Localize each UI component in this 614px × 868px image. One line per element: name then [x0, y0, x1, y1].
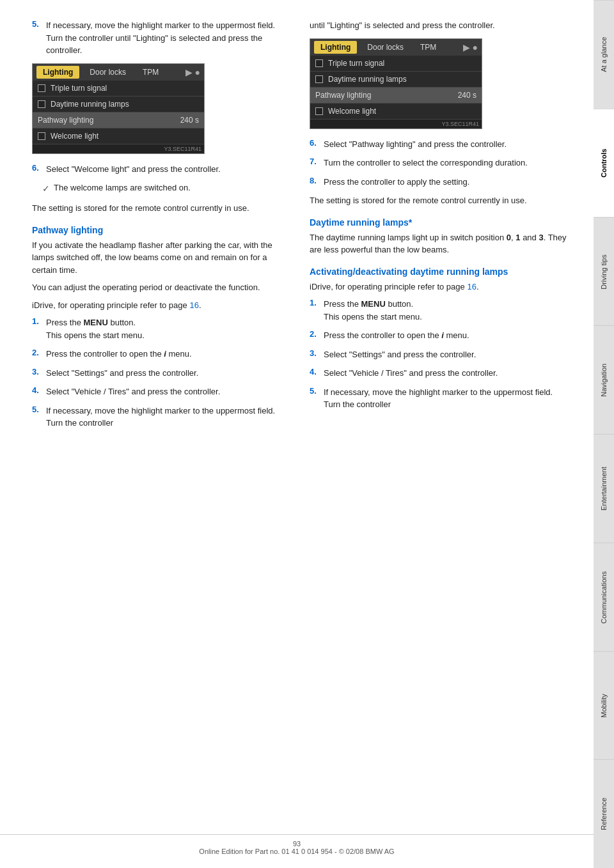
pathway-step-5-num: 5.	[32, 405, 42, 430]
page-number: 93	[293, 840, 301, 848]
sidebar-item-reference[interactable]: Reference	[594, 759, 614, 868]
step-5-left-num: 5.	[32, 19, 42, 57]
activating-step-2-num: 2.	[310, 329, 320, 342]
idrive-page-link-left[interactable]: 16	[189, 300, 198, 310]
activating-step-5: 5. If necessary, move the highlight mark…	[310, 386, 568, 411]
activating-step-3-text: Select "Settings" and press the controll…	[324, 348, 568, 361]
step-5-left-text: If necessary, move the highlight marker …	[46, 19, 290, 57]
pathway-step-5: 5. If necessary, move the highlight mark…	[32, 405, 290, 430]
menu-item-daytime-left: Daytime running lamps	[33, 97, 204, 112]
menu-item-welcome-right: Welcome light	[310, 104, 482, 120]
menu-label-daytime-left: Daytime running lamps	[51, 100, 129, 109]
menu-screenshot-id-right: Y3.SEC11R41	[310, 120, 482, 128]
menu-tab-tpm-right: TPM	[414, 41, 443, 54]
footer-text: Online Edition for Part no. 01 41 0 014 …	[199, 848, 394, 855]
pathway-step-1-text: Press the MENU button.This opens the sta…	[46, 316, 290, 341]
menu-item-triple-right: Triple turn signal	[310, 56, 482, 72]
menu-tab-bar-right: Lighting Door locks TPM ▶ ●	[310, 39, 482, 56]
menu-screenshot-right: Lighting Door locks TPM ▶ ● Triple turn …	[310, 38, 482, 129]
idrive-ref-left: iDrive, for operating principle refer to…	[32, 299, 290, 312]
activating-step-4: 4. Select "Vehicle / Tires" and press th…	[310, 367, 568, 380]
pos-3: 3	[539, 233, 543, 242]
checkbox-welcome-left	[38, 132, 45, 140]
idrive-page-link-right[interactable]: 16	[467, 282, 476, 291]
activating-step-2: 2. Press the controller to open the i me…	[310, 329, 568, 342]
pathway-step-4: 4. Select "Vehicle / Tires" and press th…	[32, 385, 290, 398]
right-step-8-num: 8.	[310, 176, 320, 189]
sidebar-item-at-a-glance[interactable]: At a glance	[594, 0, 614, 109]
idrive-ref-text-left: iDrive, for operating principle refer to…	[32, 300, 189, 310]
close-icon-right: ●	[473, 42, 478, 52]
left-column: 5. If necessary, move the highlight mark…	[32, 19, 290, 436]
menu-value-pathway-left: 240 s	[180, 116, 199, 125]
i-menu-icon-left: i	[164, 349, 166, 359]
menu-tab-lighting-left: Lighting	[36, 66, 79, 79]
menu-label-welcome-left: Welcome light	[51, 132, 98, 141]
pathway-step-1: 1. Press the MENU button.This opens the …	[32, 316, 290, 341]
i-menu-icon-right: i	[441, 330, 444, 340]
checkbox-triple-right	[315, 59, 323, 67]
menu-value-pathway-right: 240 s	[458, 91, 476, 100]
pathway-step-2-num: 2.	[32, 348, 42, 360]
daytime-body-1: The daytime running lamps light up in sw…	[310, 231, 568, 256]
sidebar-item-mobility[interactable]: Mobility	[594, 651, 614, 760]
pathway-step-1-num: 1.	[32, 316, 42, 341]
right-step-7-text: Turn the controller to select the corres…	[324, 157, 568, 169]
checkbox-triple-left	[38, 84, 45, 92]
pathway-body-1: If you activate the headlamp flasher aft…	[32, 239, 290, 277]
pathway-step-5-text: If necessary, move the highlight marker …	[46, 405, 290, 430]
right-step-6: 6. Select "Pathway lighting" and press t…	[310, 138, 568, 151]
play-icon-left: ▶	[185, 67, 193, 77]
sidebar-item-communications[interactable]: Communications	[594, 543, 614, 651]
menu-item-pathway-left: Pathway lighting 240 s	[33, 112, 204, 128]
step-5-left: 5. If necessary, move the highlight mark…	[32, 19, 290, 57]
menu-label-triple-left: Triple turn signal	[51, 84, 107, 93]
play-icon-right: ▶	[463, 42, 470, 52]
activating-step-1: 1. Press the MENU button.This opens the …	[310, 298, 568, 323]
menu-bold-r1: MENU	[361, 299, 386, 309]
sidebar-tabs: At a glance Controls Driving tips Naviga…	[594, 0, 614, 868]
body-text-remote-left: The setting is stored for the remote con…	[32, 202, 290, 215]
sidebar-item-controls[interactable]: Controls	[594, 109, 614, 217]
checkbox-daytime-left	[38, 100, 45, 108]
menu-label-daytime-right: Daytime running lamps	[328, 75, 407, 84]
body-text-remote-right: The setting is stored for the remote con…	[310, 194, 568, 207]
menu-label-pathway-right: Pathway lighting	[315, 91, 371, 100]
right-column: until "Lighting" is selected and press t…	[310, 19, 568, 436]
right-step-6-num: 6.	[310, 138, 320, 151]
menu-screenshot-left: Lighting Door locks TPM ▶ ● Triple turn …	[32, 63, 205, 154]
activating-step-5-text: If necessary, move the highlight marker …	[324, 386, 568, 411]
menu-tab-lighting-right: Lighting	[314, 41, 357, 54]
right-step-7-num: 7.	[310, 157, 320, 169]
checkmark-text: The welcome lamps are switched on.	[54, 182, 191, 194]
page-footer: 93 Online Edition for Part no. 01 41 0 0…	[0, 834, 594, 855]
activating-step-3: 3. Select "Settings" and press the contr…	[310, 348, 568, 361]
pathway-step-3: 3. Select "Settings" and press the contr…	[32, 367, 290, 380]
pathway-body-2: You can adjust the operating period or d…	[32, 281, 290, 294]
activating-step-1-num: 1.	[310, 298, 320, 323]
menu-bold-1: MENU	[84, 318, 108, 327]
menu-tab-doorlocks-left: Door locks	[83, 66, 132, 79]
sidebar-item-driving-tips[interactable]: Driving tips	[594, 217, 614, 326]
step-6-left-text: Select "Welcome light" and press the con…	[46, 163, 290, 176]
activating-step-5-num: 5.	[310, 386, 320, 411]
menu-tab-doorlocks-right: Door locks	[361, 41, 410, 54]
idrive-ref-right: iDrive, for operating principle refer to…	[310, 281, 568, 293]
close-icon-left: ●	[195, 67, 200, 77]
menu-label-pathway-left: Pathway lighting	[38, 116, 93, 125]
sidebar-item-navigation[interactable]: Navigation	[594, 325, 614, 434]
idrive-ref-text-right: iDrive, for operating principle refer to…	[310, 282, 467, 291]
menu-tab-icons-right: ▶ ●	[463, 42, 478, 52]
menu-tab-bar-left: Lighting Door locks TPM ▶ ●	[33, 64, 204, 81]
pathway-step-2-text: Press the controller to open the i menu.	[46, 348, 290, 360]
right-step-8-text: Press the controller to apply the settin…	[324, 176, 568, 189]
menu-tab-icons-left: ▶ ●	[185, 67, 200, 77]
pathway-step-4-num: 4.	[32, 385, 42, 398]
pathway-step-2: 2. Press the controller to open the i me…	[32, 348, 290, 360]
pos-1: 1	[516, 233, 520, 242]
menu-label-welcome-right: Welcome light	[328, 107, 376, 116]
main-content: 5. If necessary, move the highlight mark…	[0, 0, 594, 474]
pathway-step-4-text: Select "Vehicle / Tires" and press the c…	[46, 385, 290, 398]
checkbox-daytime-right	[315, 75, 323, 83]
sidebar-item-entertainment[interactable]: Entertainment	[594, 434, 614, 543]
